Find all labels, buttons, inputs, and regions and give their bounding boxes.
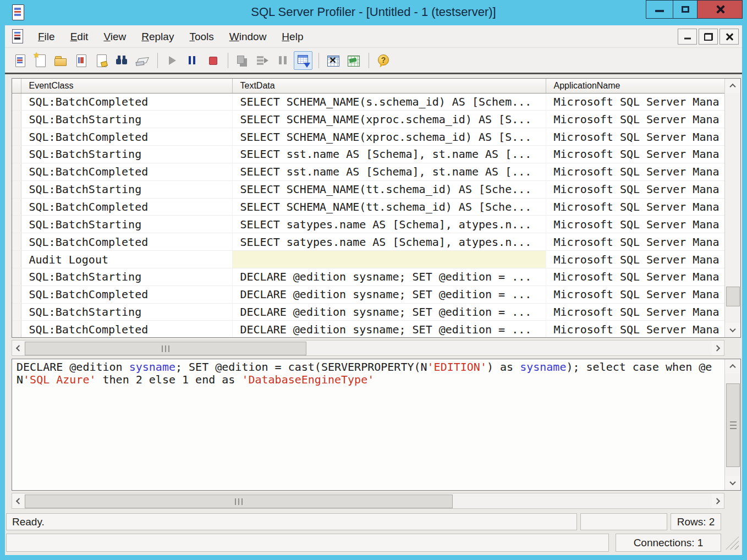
organize-columns-button[interactable] — [323, 51, 342, 70]
clear-trace-window-button[interactable] — [133, 51, 151, 70]
chevron-down-icon — [729, 479, 735, 485]
organize-columns-icon — [326, 53, 340, 68]
detail-vertical-scrollbar[interactable] — [724, 359, 740, 490]
find-button[interactable] — [112, 51, 131, 70]
table-row[interactable]: SQL:BatchStartingSELECT SCHEMA_NAME(tt.s… — [12, 180, 725, 198]
trace-properties-icon — [13, 53, 27, 68]
resize-grip-icon[interactable] — [726, 536, 739, 550]
title-bar[interactable]: SQL Server Profiler - [Untitled - 1 (tes… — [0, 0, 747, 25]
toolbar-buttons — [5, 48, 742, 73]
close-button[interactable] — [697, 0, 743, 19]
cell-text: SELECT SCHEMA_NAME(xproc.schema_id) AS [… — [232, 111, 546, 128]
table-row[interactable]: SQL:BatchCompletedSELECT SCHEMA_NAME(s.s… — [12, 93, 725, 111]
cell-app: Microsoft SQL Server Mana — [546, 321, 725, 338]
cell-app: Microsoft SQL Server Mana — [546, 198, 725, 216]
cell-event: SQL:BatchCompleted — [21, 286, 232, 303]
menu-tools[interactable]: Tools — [182, 31, 221, 43]
save-trace-button[interactable] — [72, 51, 90, 70]
menu-window[interactable]: Window — [222, 31, 274, 43]
trace-properties-button[interactable] — [10, 51, 29, 70]
grid-vscroll-thumb[interactable] — [726, 287, 740, 306]
menu-replay[interactable]: Replay — [134, 31, 182, 43]
start-replay-button[interactable] — [162, 51, 181, 70]
textdata-detail-panel: DECLARE @edition sysname; SET @edition =… — [12, 359, 741, 491]
row-selector — [12, 180, 21, 198]
grid-scroll-left-button[interactable] — [12, 341, 24, 355]
table-row[interactable]: SQL:BatchCompletedDECLARE @edition sysna… — [12, 286, 725, 303]
table-row[interactable]: SQL:BatchStartingDECLARE @edition sysnam… — [12, 268, 725, 286]
pause-trace-button[interactable] — [183, 51, 201, 70]
cell-app: Microsoft SQL Server Mana — [546, 180, 725, 198]
close-icon — [715, 4, 726, 15]
sql-server-profiler-window: SQL Server Profiler - [Untitled - 1 (tes… — [0, 0, 747, 560]
table-row[interactable]: Audit LogoutMicrosoft SQL Server Mana — [12, 251, 725, 268]
run-to-cursor-icon — [255, 53, 270, 68]
column-header-eventclass[interactable]: EventClass — [21, 79, 232, 93]
table-row[interactable]: SQL:BatchCompletedSELECT SCHEMA_NAME(tt.… — [12, 198, 725, 216]
filter-trace-button[interactable] — [344, 51, 362, 70]
row-selector — [12, 93, 21, 111]
table-row[interactable]: SQL:BatchStartingSELECT SCHEMA_NAME(xpro… — [12, 111, 725, 128]
detail-vscroll-thumb[interactable] — [726, 383, 740, 467]
execute-one-step-icon — [235, 53, 249, 68]
cell-app: Microsoft SQL Server Mana — [546, 303, 725, 321]
run-to-cursor-button[interactable] — [253, 51, 272, 70]
detail-text[interactable]: DECLARE @edition sysname; SET @edition =… — [12, 359, 724, 490]
cell-event: SQL:BatchCompleted — [21, 93, 232, 111]
table-row[interactable]: SQL:BatchCompletedSELECT SCHEMA_NAME(xpr… — [12, 128, 725, 146]
mdi-restore-button[interactable] — [699, 29, 718, 45]
grid-vertical-scrollbar[interactable] — [724, 79, 740, 337]
cell-text: DECLARE @edition sysname; SET @edition =… — [232, 286, 546, 303]
maximize-icon — [682, 6, 689, 13]
grid-scroll-up-button[interactable] — [725, 79, 740, 93]
table-row[interactable]: SQL:BatchCompletedSELECT satypes.name AS… — [12, 233, 725, 251]
chevron-up-icon — [729, 364, 735, 370]
grid-scroll-right-button[interactable] — [712, 341, 724, 355]
menu-help[interactable]: Help — [274, 31, 311, 43]
execute-one-step-button[interactable] — [233, 51, 251, 70]
mdi-minimize-icon — [684, 37, 691, 39]
grid-horizontal-scrollbar[interactable] — [12, 340, 724, 356]
auto-scroll-button[interactable] — [294, 51, 312, 70]
cell-app: Microsoft SQL Server Mana — [546, 163, 725, 180]
open-trace-button[interactable] — [51, 51, 70, 70]
cell-event: SQL:BatchCompleted — [21, 321, 232, 338]
table-row[interactable]: SQL:BatchStartingSELECT sst.name AS [Sch… — [12, 146, 725, 163]
help-button[interactable] — [374, 51, 392, 70]
toggle-breakpoint-button[interactable] — [273, 51, 292, 70]
toolbar-separator — [157, 53, 158, 68]
detail-scroll-right-button[interactable] — [712, 493, 724, 508]
mdi-close-button[interactable] — [719, 29, 739, 45]
column-header-applicationname[interactable]: ApplicationName — [546, 79, 725, 93]
cell-app: Microsoft SQL Server Mana — [546, 268, 725, 286]
detail-scroll-down-button[interactable] — [725, 476, 740, 490]
table-row[interactable]: SQL:BatchCompletedDECLARE @edition sysna… — [12, 321, 725, 338]
cell-event: SQL:BatchStarting — [21, 111, 232, 128]
table-row[interactable]: SQL:BatchStartingSELECT satypes.name AS … — [12, 216, 725, 233]
chevron-right-icon — [714, 345, 720, 351]
properties-button[interactable] — [92, 51, 111, 70]
new-trace-button[interactable] — [31, 51, 50, 70]
detail-hscroll-thumb[interactable] — [25, 495, 453, 508]
detail-horizontal-scrollbar[interactable] — [12, 493, 724, 509]
cell-app: Microsoft SQL Server Mana — [546, 93, 725, 111]
menu-edit[interactable]: Edit — [63, 31, 96, 43]
minimize-button[interactable] — [646, 0, 673, 19]
table-row[interactable]: SQL:BatchCompletedSELECT sst.name AS [Sc… — [12, 163, 725, 180]
menu-view[interactable]: View — [96, 31, 134, 43]
cell-event: SQL:BatchStarting — [21, 146, 232, 163]
grid-scroll-down-button[interactable] — [725, 323, 740, 337]
maximize-button[interactable] — [673, 0, 697, 19]
detail-scroll-left-button[interactable] — [12, 493, 24, 508]
grid-hscroll-thumb[interactable] — [25, 342, 306, 355]
menu-file[interactable]: File — [30, 31, 63, 43]
detail-scroll-up-button[interactable] — [725, 359, 740, 374]
pause-trace-icon — [185, 53, 199, 68]
mdi-minimize-button[interactable] — [678, 29, 697, 45]
row-selector-header — [12, 79, 21, 93]
stop-trace-button[interactable] — [203, 51, 222, 70]
filter-trace-icon — [346, 53, 360, 68]
column-header-textdata[interactable]: TextData — [232, 79, 546, 93]
profiler-document-icon[interactable] — [10, 29, 26, 44]
table-row[interactable]: SQL:BatchStartingDECLARE @edition sysnam… — [12, 303, 725, 321]
